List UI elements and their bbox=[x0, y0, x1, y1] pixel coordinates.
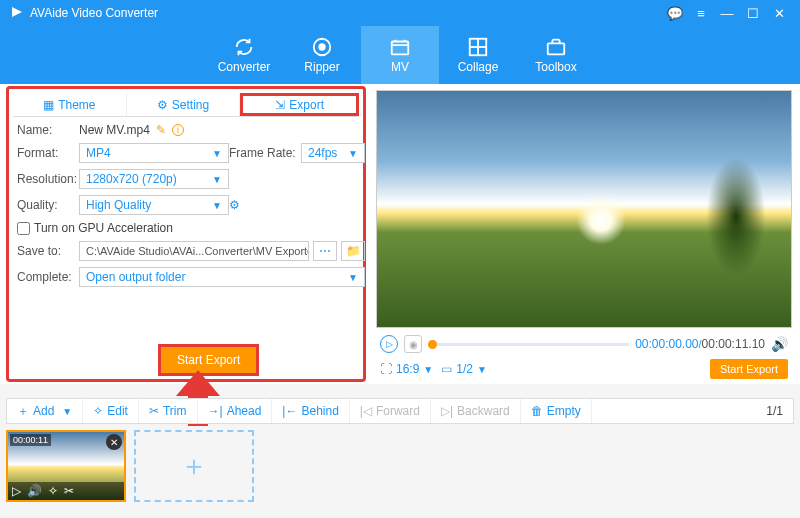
quality-settings-icon[interactable]: ⚙ bbox=[229, 198, 301, 212]
theme-icon: ▦ bbox=[43, 98, 54, 112]
clip-toolbar: ＋Add▼ ✧Edit ✂Trim →|Ahead |←Behind |◁For… bbox=[6, 398, 794, 424]
start-export-button[interactable]: Start Export bbox=[158, 344, 259, 376]
panel-tab-setting[interactable]: ⚙Setting bbox=[127, 93, 241, 116]
complete-select[interactable]: Open output folder▼ bbox=[79, 267, 365, 287]
quality-label: Quality: bbox=[17, 198, 79, 212]
app-title: AVAide Video Converter bbox=[30, 6, 158, 20]
clip-effects-icon[interactable]: ✧ bbox=[48, 484, 58, 498]
snapshot-button[interactable]: ◉ bbox=[404, 335, 422, 353]
tab-toolbox[interactable]: Toolbox bbox=[517, 26, 595, 84]
svg-marker-0 bbox=[12, 7, 22, 17]
complete-label: Complete: bbox=[17, 270, 79, 284]
trim-button[interactable]: ✂Trim bbox=[139, 399, 198, 423]
volume-icon[interactable]: 🔊 bbox=[771, 336, 788, 352]
backward-button[interactable]: ▷|Backward bbox=[431, 399, 521, 423]
play-button[interactable]: ▷ bbox=[380, 335, 398, 353]
ahead-button[interactable]: →|Ahead bbox=[198, 399, 273, 423]
app-logo-icon bbox=[10, 5, 24, 22]
add-clip-slot[interactable]: ＋ bbox=[134, 430, 254, 502]
name-info-icon[interactable]: i bbox=[172, 124, 184, 136]
clip-play-icon[interactable]: ▷ bbox=[12, 484, 21, 498]
svg-point-2 bbox=[319, 44, 325, 50]
tab-mv[interactable]: MV bbox=[361, 26, 439, 84]
behind-button[interactable]: |←Behind bbox=[272, 399, 350, 423]
preview-panel: ▷ ◉ 00:00:00.00/00:00:11.10 🔊 ⛶16:9▼ ▭1/… bbox=[376, 90, 792, 382]
tab-ripper[interactable]: Ripper bbox=[283, 26, 361, 84]
chevron-down-icon: ▼ bbox=[348, 148, 358, 159]
resolution-select[interactable]: 1280x720 (720p)▼ bbox=[79, 169, 229, 189]
open-folder-button[interactable]: 📁 bbox=[341, 241, 365, 261]
name-value: New MV.mp4 bbox=[79, 123, 150, 137]
clip-trim-icon[interactable]: ✂ bbox=[64, 484, 74, 498]
resolution-label: Resolution: bbox=[17, 172, 79, 186]
panel-tab-theme[interactable]: ▦Theme bbox=[13, 93, 127, 116]
minimize-icon[interactable]: — bbox=[716, 2, 738, 24]
clip-thumbnail[interactable]: 00:00:11 ✕ ▷ 🔊 ✧ ✂ bbox=[6, 430, 126, 502]
gpu-checkbox[interactable]: Turn on GPU Acceleration bbox=[17, 221, 365, 235]
quality-select[interactable]: High Quality▼ bbox=[79, 195, 229, 215]
format-label: Format: bbox=[17, 146, 79, 160]
framerate-label: Frame Rate: bbox=[229, 146, 301, 160]
timeline: 00:00:11 ✕ ▷ 🔊 ✧ ✂ ＋ bbox=[6, 430, 254, 502]
page-indicator: 1/1 bbox=[756, 404, 793, 418]
titlebar: AVAide Video Converter 💬 ≡ — ☐ ✕ bbox=[0, 0, 800, 26]
clip-duration: 00:00:11 bbox=[10, 434, 51, 446]
tab-converter[interactable]: Converter bbox=[205, 26, 283, 84]
remove-clip-icon[interactable]: ✕ bbox=[106, 434, 122, 450]
edit-name-icon[interactable]: ✎ bbox=[156, 123, 166, 137]
clip-mute-icon[interactable]: 🔊 bbox=[27, 484, 42, 498]
edit-button[interactable]: ✧Edit bbox=[83, 399, 139, 423]
saveto-label: Save to: bbox=[17, 244, 79, 258]
empty-button[interactable]: 🗑Empty bbox=[521, 399, 592, 423]
chevron-down-icon: ▼ bbox=[212, 174, 222, 185]
framerate-select[interactable]: 24fps▼ bbox=[301, 143, 365, 163]
name-label: Name: bbox=[17, 123, 79, 137]
format-select[interactable]: MP4▼ bbox=[79, 143, 229, 163]
svg-rect-7 bbox=[548, 43, 565, 54]
close-icon[interactable]: ✕ bbox=[768, 2, 790, 24]
seek-bar[interactable] bbox=[428, 343, 629, 346]
video-preview[interactable] bbox=[376, 90, 792, 328]
export-icon: ⇲ bbox=[275, 98, 285, 112]
chevron-down-icon: ▼ bbox=[212, 148, 222, 159]
chevron-down-icon: ▼ bbox=[212, 200, 222, 211]
maximize-icon[interactable]: ☐ bbox=[742, 2, 764, 24]
svg-rect-3 bbox=[392, 42, 409, 55]
page-select[interactable]: ▭1/2▼ bbox=[441, 362, 487, 376]
aspect-ratio-select[interactable]: ⛶16:9▼ bbox=[380, 362, 433, 376]
tab-collage[interactable]: Collage bbox=[439, 26, 517, 84]
menu-icon[interactable]: ≡ bbox=[690, 2, 712, 24]
panel-tab-export[interactable]: ⇲Export bbox=[240, 93, 359, 116]
feedback-icon[interactable]: 💬 bbox=[664, 2, 686, 24]
gear-icon: ⚙ bbox=[157, 98, 168, 112]
time-display: 00:00:00.00/00:00:11.10 bbox=[635, 337, 765, 351]
add-button[interactable]: ＋Add▼ bbox=[7, 399, 83, 423]
chevron-down-icon: ▼ bbox=[348, 272, 358, 283]
main-tabs: Converter Ripper MV Collage Toolbox bbox=[0, 26, 800, 84]
export-panel: ▦Theme ⚙Setting ⇲Export Name: New MV.mp4… bbox=[6, 86, 366, 382]
browse-path-button[interactable]: ⋯ bbox=[313, 241, 337, 261]
saveto-path: C:\AVAide Studio\AVAi...Converter\MV Exp… bbox=[79, 241, 309, 261]
start-export-mini-button[interactable]: Start Export bbox=[710, 359, 788, 379]
forward-button[interactable]: |◁Forward bbox=[350, 399, 431, 423]
